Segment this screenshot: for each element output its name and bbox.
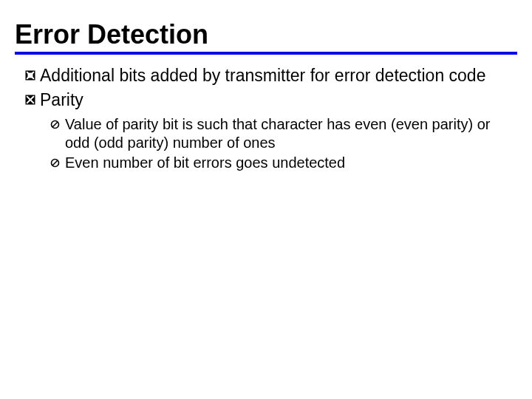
bullet-text: Parity: [40, 89, 510, 111]
sub-list: Value of parity bit is such that charact…: [50, 115, 510, 172]
square-bullet-icon: [25, 89, 40, 110]
svg-line-11: [52, 122, 58, 127]
circle-bullet-icon: [50, 115, 65, 134]
content-area: Additional bits added by transmitter for…: [15, 65, 517, 172]
page-title: Error Detection: [15, 19, 517, 50]
sub-bullet-text: Value of parity bit is such that charact…: [65, 115, 510, 152]
title-underline: [15, 52, 517, 55]
list-item: Value of parity bit is such that charact…: [50, 115, 510, 152]
bullet-text: Additional bits added by transmitter for…: [40, 65, 510, 86]
list-item: Even number of bit errors goes undetecte…: [50, 154, 510, 172]
svg-line-13: [52, 160, 58, 166]
slide: Error Detection Additional bits added by…: [0, 0, 532, 399]
circle-bullet-icon: [50, 154, 65, 172]
list-item: Additional bits added by transmitter for…: [25, 65, 510, 86]
sub-bullet-text: Even number of bit errors goes undetecte…: [65, 154, 510, 172]
square-bullet-icon: [25, 65, 40, 86]
list-item: Parity: [25, 89, 510, 111]
